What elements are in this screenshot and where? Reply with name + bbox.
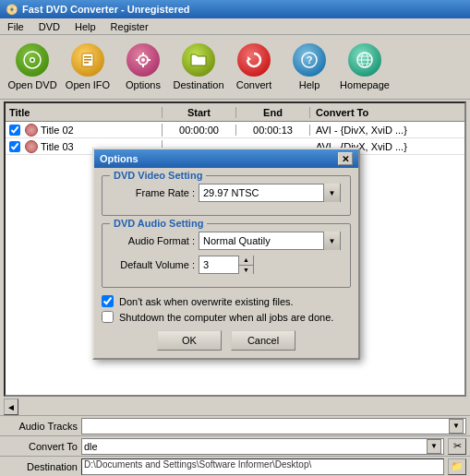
svg-point-8 xyxy=(141,58,145,62)
table-row[interactable]: Title 02 00:00:00 00:00:13 AVI - {DivX, … xyxy=(6,122,464,138)
destination-button[interactable]: Destination xyxy=(172,40,225,94)
options-button[interactable]: Options xyxy=(116,40,170,94)
dialog-title-bar: Options ✕ xyxy=(94,149,358,168)
convert-icon xyxy=(237,43,271,77)
cancel-button[interactable]: Cancel xyxy=(231,330,295,351)
audio-format-label: Audio Format : xyxy=(112,235,195,246)
convert-to-panel: Convert To dle ▼ ✂ xyxy=(0,435,470,456)
shutdown-label: Shutdown the computer when all jobs are … xyxy=(119,312,333,323)
col-title-header: Title xyxy=(6,107,163,118)
homepage-icon xyxy=(348,43,381,77)
menu-register[interactable]: Register xyxy=(107,20,152,33)
convert-to-arrow[interactable]: ▼ xyxy=(427,439,441,454)
audio-format-row: Audio Format : Normal Quatily ▼ xyxy=(112,232,341,250)
open-ifo-label: Open IFO xyxy=(66,79,110,90)
help-label: Help xyxy=(299,79,320,90)
default-volume-row: Default Volume : 3 ▲ ▼ xyxy=(112,256,341,274)
open-dvd-button[interactable]: Open DVD xyxy=(6,40,59,94)
dvd-audio-group-label: DVD Audio Setting xyxy=(110,218,207,229)
destination-browse-button[interactable]: 📁 xyxy=(448,458,466,475)
convert-to-edit-button[interactable]: ✂ xyxy=(448,438,466,455)
convert-to-value: dle xyxy=(84,441,98,452)
row1-checkbox[interactable] xyxy=(9,125,20,136)
convert-to-label: Convert To xyxy=(4,441,78,452)
menu-help[interactable]: Help xyxy=(71,20,100,33)
spin-arrows: ▲ ▼ xyxy=(238,256,253,274)
audio-tracks-label: Audio Tracks xyxy=(4,421,78,432)
row1-start: 00:00:00 xyxy=(163,125,236,136)
default-volume-label: Default Volume : xyxy=(112,259,195,270)
dvd-audio-group: DVD Audio Setting Audio Format : Normal … xyxy=(102,223,351,288)
frame-rate-row: Frame Rate : 29.97 NTSC ▼ xyxy=(112,184,341,202)
convert-to-combo[interactable]: dle ▼ xyxy=(81,438,444,455)
svg-rect-5 xyxy=(84,59,91,61)
overwrite-checkbox[interactable] xyxy=(102,295,114,307)
row1-title: Title 02 xyxy=(6,124,163,137)
convert-button[interactable]: Convert xyxy=(227,40,281,94)
frame-rate-label: Frame Rate : xyxy=(112,187,195,198)
audio-format-value: Normal Quatily xyxy=(203,235,271,246)
col-end-header: End xyxy=(236,107,310,118)
help-button[interactable]: ? Help xyxy=(283,40,336,94)
audio-tracks-panel: Audio Tracks ▼ xyxy=(0,415,470,435)
default-volume-value: 3 xyxy=(199,259,238,270)
destination-label: Destination xyxy=(173,79,223,90)
audio-format-combo[interactable]: Normal Quatily ▼ xyxy=(199,232,341,250)
dialog-body: DVD Video Setting Frame Rate : 29.97 NTS… xyxy=(94,168,358,358)
toolbar: Open DVD Open IFO xyxy=(0,35,470,100)
spin-down-button[interactable]: ▼ xyxy=(239,266,253,275)
dvd-video-group: DVD Video Setting Frame Rate : 29.97 NTS… xyxy=(102,175,351,216)
destination-panel: Destination D:\Documents and Settings\So… xyxy=(0,456,470,476)
row1-convert: AVI - {DivX, XviD ...} xyxy=(310,125,464,136)
open-ifo-icon xyxy=(71,43,104,77)
menu-dvd[interactable]: DVD xyxy=(35,20,64,33)
open-dvd-icon xyxy=(16,43,49,77)
svg-rect-4 xyxy=(84,56,91,58)
menu-bar: File DVD Help Register xyxy=(0,18,470,35)
col-start-header: Start xyxy=(163,107,236,118)
menu-file[interactable]: File xyxy=(4,20,28,33)
svg-text:?: ? xyxy=(307,54,313,65)
open-ifo-button[interactable]: Open IFO xyxy=(61,40,114,94)
dialog-title: Options xyxy=(100,153,139,164)
frame-rate-value: 29.97 NTSC xyxy=(203,187,259,198)
options-dialog: Options ✕ DVD Video Setting Frame Rate :… xyxy=(92,148,360,360)
overwrite-checkbox-row: Don't ask when overwrite existing files. xyxy=(102,295,351,307)
shutdown-checkbox-row: Shutdown the computer when all jobs are … xyxy=(102,311,351,323)
table-header: Title Start End Convert To xyxy=(6,103,464,122)
scroll-left-button[interactable]: ◄ xyxy=(4,399,18,415)
options-label: Options xyxy=(126,79,161,90)
convert-label: Convert xyxy=(236,79,272,90)
audio-format-arrow[interactable]: ▼ xyxy=(323,232,340,250)
spin-up-button[interactable]: ▲ xyxy=(239,256,253,266)
destination-icon xyxy=(182,43,215,77)
homepage-label: Homepage xyxy=(340,79,390,90)
svg-marker-13 xyxy=(247,56,251,62)
dialog-close-button[interactable]: ✕ xyxy=(338,152,353,165)
shutdown-checkbox[interactable] xyxy=(102,311,114,323)
ok-button[interactable]: OK xyxy=(157,330,222,351)
col-convert-header: Convert To xyxy=(310,107,464,118)
app-title: Fast DVD Converter - Unregistered xyxy=(22,4,190,15)
dialog-buttons: OK Cancel xyxy=(102,330,351,351)
audio-tracks-arrow[interactable]: ▼ xyxy=(449,419,464,434)
dvd-video-group-label: DVD Video Setting xyxy=(110,170,206,181)
default-volume-spinner[interactable]: 3 ▲ ▼ xyxy=(199,256,254,274)
overwrite-label: Don't ask when overwrite existing files. xyxy=(119,296,294,307)
row2-dvd-icon xyxy=(25,140,38,153)
destination-input[interactable]: D:\Documents and Settings\Software Infor… xyxy=(81,458,444,475)
help-icon: ? xyxy=(293,43,326,77)
audio-tracks-combo[interactable]: ▼ xyxy=(81,418,466,434)
homepage-button[interactable]: Homepage xyxy=(338,40,392,94)
row2-checkbox[interactable] xyxy=(9,141,20,152)
frame-rate-arrow[interactable]: ▼ xyxy=(323,184,340,202)
svg-point-2 xyxy=(31,59,34,62)
frame-rate-combo[interactable]: 29.97 NTSC ▼ xyxy=(199,184,341,202)
row1-dvd-icon xyxy=(25,124,38,137)
open-dvd-label: Open DVD xyxy=(7,79,56,90)
svg-rect-6 xyxy=(84,62,89,64)
options-icon xyxy=(127,43,160,77)
app-icon: 📀 xyxy=(6,4,18,16)
row1-end: 00:00:13 xyxy=(236,125,310,136)
title-bar: 📀 Fast DVD Converter - Unregistered xyxy=(0,0,470,18)
